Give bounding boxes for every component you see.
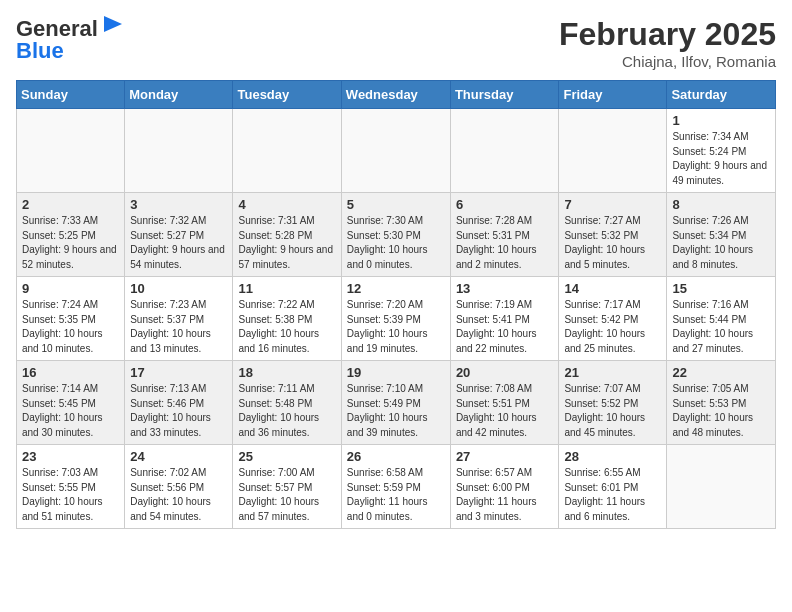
day-number: 16: [22, 365, 119, 380]
calendar-week-5: 23Sunrise: 7:03 AM Sunset: 5:55 PM Dayli…: [17, 445, 776, 529]
day-number: 28: [564, 449, 661, 464]
day-number: 22: [672, 365, 770, 380]
day-info: Sunrise: 7:34 AM Sunset: 5:24 PM Dayligh…: [672, 130, 770, 188]
calendar-cell: 25Sunrise: 7:00 AM Sunset: 5:57 PM Dayli…: [233, 445, 341, 529]
day-info: Sunrise: 7:27 AM Sunset: 5:32 PM Dayligh…: [564, 214, 661, 272]
weekday-header-saturday: Saturday: [667, 81, 776, 109]
calendar-cell: 26Sunrise: 6:58 AM Sunset: 5:59 PM Dayli…: [341, 445, 450, 529]
day-info: Sunrise: 7:03 AM Sunset: 5:55 PM Dayligh…: [22, 466, 119, 524]
calendar-cell: 18Sunrise: 7:11 AM Sunset: 5:48 PM Dayli…: [233, 361, 341, 445]
day-number: 3: [130, 197, 227, 212]
calendar-cell: 6Sunrise: 7:28 AM Sunset: 5:31 PM Daylig…: [450, 193, 559, 277]
calendar-cell: 4Sunrise: 7:31 AM Sunset: 5:28 PM Daylig…: [233, 193, 341, 277]
day-info: Sunrise: 7:17 AM Sunset: 5:42 PM Dayligh…: [564, 298, 661, 356]
location-subtitle: Chiajna, Ilfov, Romania: [559, 53, 776, 70]
calendar-cell: [233, 109, 341, 193]
month-title: February 2025: [559, 16, 776, 53]
day-info: Sunrise: 6:57 AM Sunset: 6:00 PM Dayligh…: [456, 466, 554, 524]
weekday-header-row: SundayMondayTuesdayWednesdayThursdayFrid…: [17, 81, 776, 109]
calendar-cell: 27Sunrise: 6:57 AM Sunset: 6:00 PM Dayli…: [450, 445, 559, 529]
day-number: 18: [238, 365, 335, 380]
day-info: Sunrise: 7:05 AM Sunset: 5:53 PM Dayligh…: [672, 382, 770, 440]
calendar-cell: 13Sunrise: 7:19 AM Sunset: 5:41 PM Dayli…: [450, 277, 559, 361]
day-number: 5: [347, 197, 445, 212]
calendar-cell: 16Sunrise: 7:14 AM Sunset: 5:45 PM Dayli…: [17, 361, 125, 445]
day-number: 9: [22, 281, 119, 296]
calendar-cell: 1Sunrise: 7:34 AM Sunset: 5:24 PM Daylig…: [667, 109, 776, 193]
calendar-week-4: 16Sunrise: 7:14 AM Sunset: 5:45 PM Dayli…: [17, 361, 776, 445]
calendar-cell: 11Sunrise: 7:22 AM Sunset: 5:38 PM Dayli…: [233, 277, 341, 361]
day-info: Sunrise: 7:00 AM Sunset: 5:57 PM Dayligh…: [238, 466, 335, 524]
day-info: Sunrise: 7:26 AM Sunset: 5:34 PM Dayligh…: [672, 214, 770, 272]
day-info: Sunrise: 7:10 AM Sunset: 5:49 PM Dayligh…: [347, 382, 445, 440]
calendar-cell: 7Sunrise: 7:27 AM Sunset: 5:32 PM Daylig…: [559, 193, 667, 277]
day-info: Sunrise: 7:31 AM Sunset: 5:28 PM Dayligh…: [238, 214, 335, 272]
day-number: 17: [130, 365, 227, 380]
day-number: 21: [564, 365, 661, 380]
day-number: 1: [672, 113, 770, 128]
day-info: Sunrise: 7:14 AM Sunset: 5:45 PM Dayligh…: [22, 382, 119, 440]
day-number: 27: [456, 449, 554, 464]
day-number: 7: [564, 197, 661, 212]
day-info: Sunrise: 7:07 AM Sunset: 5:52 PM Dayligh…: [564, 382, 661, 440]
day-number: 24: [130, 449, 227, 464]
day-info: Sunrise: 7:28 AM Sunset: 5:31 PM Dayligh…: [456, 214, 554, 272]
calendar-cell: [341, 109, 450, 193]
day-number: 11: [238, 281, 335, 296]
day-number: 25: [238, 449, 335, 464]
day-number: 6: [456, 197, 554, 212]
calendar-cell: 2Sunrise: 7:33 AM Sunset: 5:25 PM Daylig…: [17, 193, 125, 277]
calendar-cell: 24Sunrise: 7:02 AM Sunset: 5:56 PM Dayli…: [125, 445, 233, 529]
day-info: Sunrise: 7:32 AM Sunset: 5:27 PM Dayligh…: [130, 214, 227, 272]
calendar-cell: 10Sunrise: 7:23 AM Sunset: 5:37 PM Dayli…: [125, 277, 233, 361]
calendar-cell: [450, 109, 559, 193]
calendar-cell: 3Sunrise: 7:32 AM Sunset: 5:27 PM Daylig…: [125, 193, 233, 277]
logo-flag-icon: [100, 14, 126, 40]
day-number: 10: [130, 281, 227, 296]
calendar-cell: 8Sunrise: 7:26 AM Sunset: 5:34 PM Daylig…: [667, 193, 776, 277]
calendar-week-1: 1Sunrise: 7:34 AM Sunset: 5:24 PM Daylig…: [17, 109, 776, 193]
day-number: 12: [347, 281, 445, 296]
day-info: Sunrise: 7:33 AM Sunset: 5:25 PM Dayligh…: [22, 214, 119, 272]
weekday-header-thursday: Thursday: [450, 81, 559, 109]
day-number: 15: [672, 281, 770, 296]
title-block: February 2025 Chiajna, Ilfov, Romania: [559, 16, 776, 70]
calendar-cell: 22Sunrise: 7:05 AM Sunset: 5:53 PM Dayli…: [667, 361, 776, 445]
day-info: Sunrise: 7:16 AM Sunset: 5:44 PM Dayligh…: [672, 298, 770, 356]
calendar-cell: 9Sunrise: 7:24 AM Sunset: 5:35 PM Daylig…: [17, 277, 125, 361]
day-number: 14: [564, 281, 661, 296]
day-info: Sunrise: 6:58 AM Sunset: 5:59 PM Dayligh…: [347, 466, 445, 524]
calendar-week-3: 9Sunrise: 7:24 AM Sunset: 5:35 PM Daylig…: [17, 277, 776, 361]
weekday-header-friday: Friday: [559, 81, 667, 109]
day-number: 19: [347, 365, 445, 380]
page-header: General Blue February 2025 Chiajna, Ilfo…: [16, 16, 776, 70]
day-info: Sunrise: 6:55 AM Sunset: 6:01 PM Dayligh…: [564, 466, 661, 524]
day-info: Sunrise: 7:20 AM Sunset: 5:39 PM Dayligh…: [347, 298, 445, 356]
day-number: 26: [347, 449, 445, 464]
day-number: 2: [22, 197, 119, 212]
day-info: Sunrise: 7:08 AM Sunset: 5:51 PM Dayligh…: [456, 382, 554, 440]
day-info: Sunrise: 7:11 AM Sunset: 5:48 PM Dayligh…: [238, 382, 335, 440]
weekday-header-tuesday: Tuesday: [233, 81, 341, 109]
weekday-header-wednesday: Wednesday: [341, 81, 450, 109]
calendar-cell: 5Sunrise: 7:30 AM Sunset: 5:30 PM Daylig…: [341, 193, 450, 277]
calendar-cell: 14Sunrise: 7:17 AM Sunset: 5:42 PM Dayli…: [559, 277, 667, 361]
day-number: 20: [456, 365, 554, 380]
day-number: 4: [238, 197, 335, 212]
logo: General Blue: [16, 16, 126, 64]
day-info: Sunrise: 7:23 AM Sunset: 5:37 PM Dayligh…: [130, 298, 227, 356]
calendar-cell: 28Sunrise: 6:55 AM Sunset: 6:01 PM Dayli…: [559, 445, 667, 529]
calendar-cell: 12Sunrise: 7:20 AM Sunset: 5:39 PM Dayli…: [341, 277, 450, 361]
calendar-cell: [17, 109, 125, 193]
calendar-cell: 15Sunrise: 7:16 AM Sunset: 5:44 PM Dayli…: [667, 277, 776, 361]
calendar-cell: [559, 109, 667, 193]
day-number: 8: [672, 197, 770, 212]
day-number: 13: [456, 281, 554, 296]
day-info: Sunrise: 7:19 AM Sunset: 5:41 PM Dayligh…: [456, 298, 554, 356]
day-number: 23: [22, 449, 119, 464]
calendar-cell: 17Sunrise: 7:13 AM Sunset: 5:46 PM Dayli…: [125, 361, 233, 445]
day-info: Sunrise: 7:30 AM Sunset: 5:30 PM Dayligh…: [347, 214, 445, 272]
calendar-cell: 19Sunrise: 7:10 AM Sunset: 5:49 PM Dayli…: [341, 361, 450, 445]
day-info: Sunrise: 7:22 AM Sunset: 5:38 PM Dayligh…: [238, 298, 335, 356]
calendar-cell: [667, 445, 776, 529]
